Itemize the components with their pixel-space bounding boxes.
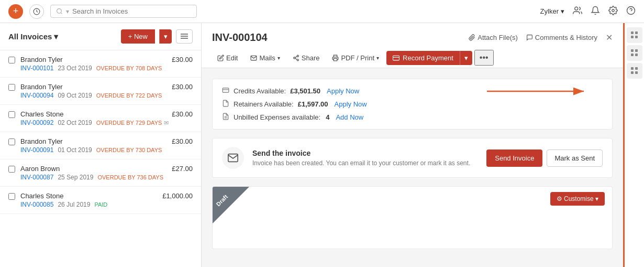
content-area: Credits Available: £3,501.50 Apply Now R…: [202, 68, 623, 260]
invoice-amount: £30.00: [172, 110, 193, 118]
invoice-id[interactable]: INV-000091: [20, 146, 53, 154]
invoice-meta: INV-000087 25 Sep 2019 OVERDUE BY 736 DA…: [20, 174, 193, 181]
record-payment-group: Record Payment ▾: [386, 51, 472, 65]
invoice-meta: INV-000092 02 Oct 2019 OVERDUE BY 729 DA…: [20, 119, 193, 126]
invoice-checkbox[interactable]: [8, 111, 15, 118]
svg-line-14: [295, 56, 297, 57]
add-now-link[interactable]: Add Now: [336, 113, 363, 121]
grid-btn-2[interactable]: [627, 45, 642, 61]
svg-rect-16: [393, 56, 399, 60]
invoice-item-top: Brandon Tyler £30.00: [20, 83, 193, 91]
invoice-status: OVERDUE BY 730 DAYS: [96, 147, 162, 153]
search-bar[interactable]: ▾: [50, 5, 197, 18]
draft-area: Draft ⚙ Customise ▾: [212, 186, 613, 249]
left-header-actions: + New ▾: [121, 29, 193, 44]
payment-icon: [393, 55, 399, 61]
org-chevron-icon: ▾: [561, 7, 564, 15]
history-button[interactable]: [29, 4, 44, 19]
grid-icon-1: [631, 31, 638, 39]
list-item[interactable]: Aaron Brown £27.00 INV-000087 25 Sep 201…: [0, 159, 201, 187]
list-item[interactable]: Charles Stone £30.00 INV-000092 02 Oct 2…: [0, 105, 201, 132]
send-invoice-button[interactable]: Send Invoice: [486, 149, 542, 167]
mails-label: Mails: [259, 54, 275, 62]
all-invoices-title[interactable]: All Invoices ▾: [8, 32, 58, 41]
add-button[interactable]: +: [8, 4, 23, 19]
pdf-chevron-icon: ▾: [376, 55, 379, 61]
help-icon[interactable]: [626, 6, 636, 17]
edit-button[interactable]: Edit: [212, 51, 243, 65]
apply-now-credits-link[interactable]: Apply Now: [327, 87, 359, 95]
invoice-info: Brandon Tyler £30.00 INV-000091 01 Oct 2…: [20, 137, 193, 154]
right-header-actions: Attach File(s) Comments & History ✕: [469, 33, 613, 42]
invoice-item-top: Brandon Tyler £30.00: [20, 137, 193, 145]
invoice-checkbox[interactable]: [8, 193, 15, 200]
grid-icon-3: [631, 67, 638, 74]
svg-point-12: [297, 59, 298, 60]
new-button-arrow[interactable]: ▾: [159, 29, 172, 44]
list-item[interactable]: Brandon Tyler £30.00 INV-000091 01 Oct 2…: [0, 132, 201, 159]
org-selector[interactable]: Zylker ▾: [540, 7, 564, 15]
invoice-meta: INV-000085 26 Jul 2019 PAID: [20, 201, 193, 208]
invoice-info: Charles Stone £30.00 INV-000092 02 Oct 2…: [20, 110, 193, 126]
invoice-status: OVERDUE BY 729 DAYS✉: [96, 120, 169, 126]
svg-point-3: [575, 7, 578, 10]
close-button[interactable]: ✕: [606, 33, 613, 42]
list-item[interactable]: Charles Stone £1,000.00 INV-000085 26 Ju…: [0, 187, 201, 214]
credits-label: Credits Available:: [234, 87, 286, 95]
svg-line-13: [295, 58, 297, 59]
invoice-item-top: Brandon Tyler £30.00: [20, 56, 193, 63]
record-payment-label: Record Payment: [403, 54, 453, 62]
search-dropdown-icon[interactable]: ▾: [66, 8, 69, 15]
mails-button[interactable]: Mails ▾: [245, 51, 285, 65]
invoice-id[interactable]: INV-000085: [20, 201, 53, 208]
svg-line-2: [61, 13, 62, 14]
record-payment-button[interactable]: Record Payment: [386, 51, 460, 65]
menu-icon: [181, 34, 188, 39]
search-input[interactable]: [72, 7, 177, 15]
customise-button[interactable]: ⚙ Customise ▾: [550, 192, 605, 206]
send-desc: Invoice has been created. You can email …: [252, 159, 478, 167]
list-item[interactable]: Brandon Tyler £30.00 INV-000094 09 Oct 2…: [0, 78, 201, 105]
info-box: Credits Available: £3,501.50 Apply Now R…: [212, 79, 613, 130]
invoice-id[interactable]: INV-000101: [20, 65, 53, 72]
invoice-id[interactable]: INV-000094: [20, 92, 53, 99]
grid-panel: [623, 23, 644, 267]
grid-icon-2: [631, 49, 638, 57]
menu-button[interactable]: [176, 29, 193, 44]
more-options-button[interactable]: •••: [474, 50, 494, 66]
grid-btn-1[interactable]: [627, 27, 642, 43]
invoice-checkbox[interactable]: [8, 138, 15, 145]
topnav-right: Zylker ▾: [540, 6, 636, 17]
people-icon[interactable]: [573, 6, 582, 17]
apply-now-retainers-link[interactable]: Apply Now: [335, 100, 367, 108]
invoice-item-top: Charles Stone £1,000.00: [20, 192, 193, 200]
mark-as-sent-button[interactable]: Mark as Sent: [547, 149, 603, 167]
pdf-icon: [332, 55, 339, 61]
grid-btn-3[interactable]: [627, 63, 642, 79]
gear-icon[interactable]: [608, 6, 618, 17]
invoice-checkbox[interactable]: [8, 84, 15, 91]
new-button[interactable]: + New: [121, 29, 155, 44]
share-label: Share: [302, 54, 320, 62]
list-item[interactable]: Brandon Tyler £30.00 INV-000101 23 Oct 2…: [0, 50, 201, 78]
comments-history-label: Comments & History: [535, 34, 597, 41]
svg-point-11: [293, 57, 295, 58]
comments-history-button[interactable]: Comments & History: [526, 34, 597, 41]
invoice-checkbox[interactable]: [8, 57, 15, 63]
envelope-icon: [227, 152, 239, 164]
bell-icon[interactable]: [591, 6, 600, 17]
unbilled-label: Unbilled Expenses available:: [234, 113, 320, 121]
pdf-print-label: PDF / Print: [341, 54, 374, 62]
svg-rect-15: [334, 58, 338, 60]
invoice-status: PAID: [94, 201, 107, 208]
record-payment-arrow[interactable]: ▾: [460, 51, 472, 65]
invoice-date: 25 Sep 2019: [58, 174, 93, 181]
pdf-print-button[interactable]: PDF / Print ▾: [327, 51, 384, 65]
invoice-id[interactable]: INV-000087: [20, 174, 53, 181]
invoice-checkbox[interactable]: [8, 166, 15, 173]
send-content: Send the invoice Invoice has been create…: [252, 149, 478, 167]
attach-files-button[interactable]: Attach File(s): [469, 34, 518, 41]
share-button[interactable]: Share: [287, 51, 325, 65]
credits-icon: [222, 87, 229, 95]
invoice-id[interactable]: INV-000092: [20, 119, 53, 126]
